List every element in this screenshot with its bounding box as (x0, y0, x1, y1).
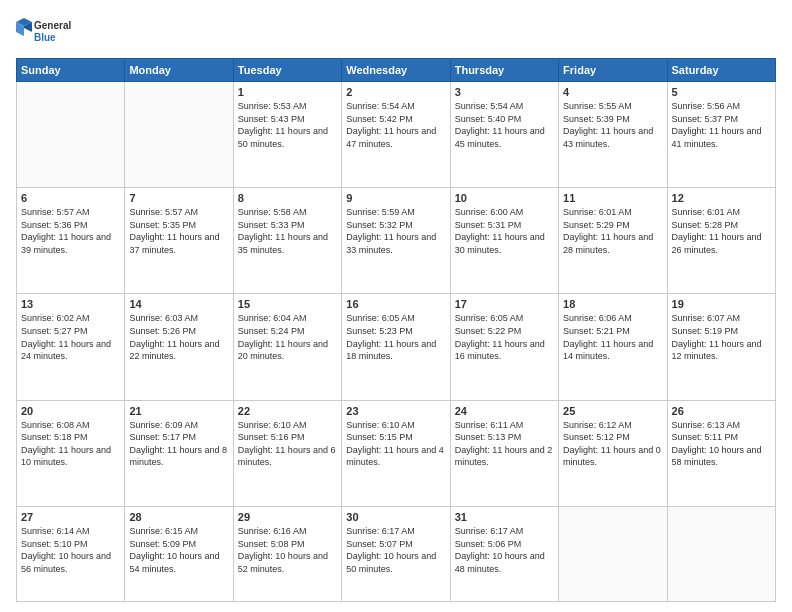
logo-svg: General Blue (16, 16, 76, 48)
calendar-cell: 13Sunrise: 6:02 AM Sunset: 5:27 PM Dayli… (17, 294, 125, 400)
day-info: Sunrise: 6:11 AM Sunset: 5:13 PM Dayligh… (455, 419, 554, 469)
calendar-cell: 30Sunrise: 6:17 AM Sunset: 5:07 PM Dayli… (342, 506, 450, 601)
day-number: 26 (672, 405, 771, 417)
calendar-cell: 21Sunrise: 6:09 AM Sunset: 5:17 PM Dayli… (125, 400, 233, 506)
day-number: 20 (21, 405, 120, 417)
day-number: 1 (238, 86, 337, 98)
calendar-cell: 11Sunrise: 6:01 AM Sunset: 5:29 PM Dayli… (559, 188, 667, 294)
calendar-cell: 25Sunrise: 6:12 AM Sunset: 5:12 PM Dayli… (559, 400, 667, 506)
calendar-week-3: 20Sunrise: 6:08 AM Sunset: 5:18 PM Dayli… (17, 400, 776, 506)
calendar-cell: 14Sunrise: 6:03 AM Sunset: 5:26 PM Dayli… (125, 294, 233, 400)
day-number: 30 (346, 511, 445, 523)
calendar-cell: 8Sunrise: 5:58 AM Sunset: 5:33 PM Daylig… (233, 188, 341, 294)
day-info: Sunrise: 6:15 AM Sunset: 5:09 PM Dayligh… (129, 525, 228, 575)
day-number: 6 (21, 192, 120, 204)
calendar-week-1: 6Sunrise: 5:57 AM Sunset: 5:36 PM Daylig… (17, 188, 776, 294)
day-info: Sunrise: 6:01 AM Sunset: 5:28 PM Dayligh… (672, 206, 771, 256)
calendar-week-2: 13Sunrise: 6:02 AM Sunset: 5:27 PM Dayli… (17, 294, 776, 400)
calendar-cell: 6Sunrise: 5:57 AM Sunset: 5:36 PM Daylig… (17, 188, 125, 294)
day-info: Sunrise: 6:01 AM Sunset: 5:29 PM Dayligh… (563, 206, 662, 256)
calendar-cell (559, 506, 667, 601)
day-number: 19 (672, 298, 771, 310)
calendar-cell: 10Sunrise: 6:00 AM Sunset: 5:31 PM Dayli… (450, 188, 558, 294)
day-number: 21 (129, 405, 228, 417)
day-info: Sunrise: 6:05 AM Sunset: 5:22 PM Dayligh… (455, 312, 554, 362)
calendar-header-tuesday: Tuesday (233, 59, 341, 82)
calendar-header-row: SundayMondayTuesdayWednesdayThursdayFrid… (17, 59, 776, 82)
day-info: Sunrise: 6:10 AM Sunset: 5:16 PM Dayligh… (238, 419, 337, 469)
day-number: 25 (563, 405, 662, 417)
day-number: 5 (672, 86, 771, 98)
day-number: 29 (238, 511, 337, 523)
day-info: Sunrise: 5:54 AM Sunset: 5:42 PM Dayligh… (346, 100, 445, 150)
svg-text:Blue: Blue (34, 32, 56, 43)
day-info: Sunrise: 5:56 AM Sunset: 5:37 PM Dayligh… (672, 100, 771, 150)
day-info: Sunrise: 6:02 AM Sunset: 5:27 PM Dayligh… (21, 312, 120, 362)
day-number: 10 (455, 192, 554, 204)
calendar-cell: 16Sunrise: 6:05 AM Sunset: 5:23 PM Dayli… (342, 294, 450, 400)
day-info: Sunrise: 6:14 AM Sunset: 5:10 PM Dayligh… (21, 525, 120, 575)
calendar-cell: 1Sunrise: 5:53 AM Sunset: 5:43 PM Daylig… (233, 82, 341, 188)
day-number: 7 (129, 192, 228, 204)
day-number: 16 (346, 298, 445, 310)
day-info: Sunrise: 5:57 AM Sunset: 5:35 PM Dayligh… (129, 206, 228, 256)
calendar-week-0: 1Sunrise: 5:53 AM Sunset: 5:43 PM Daylig… (17, 82, 776, 188)
day-info: Sunrise: 6:16 AM Sunset: 5:08 PM Dayligh… (238, 525, 337, 575)
header: General Blue (16, 16, 776, 48)
calendar-cell: 2Sunrise: 5:54 AM Sunset: 5:42 PM Daylig… (342, 82, 450, 188)
calendar-header-sunday: Sunday (17, 59, 125, 82)
day-info: Sunrise: 6:17 AM Sunset: 5:06 PM Dayligh… (455, 525, 554, 575)
calendar-cell: 15Sunrise: 6:04 AM Sunset: 5:24 PM Dayli… (233, 294, 341, 400)
day-number: 9 (346, 192, 445, 204)
day-info: Sunrise: 5:57 AM Sunset: 5:36 PM Dayligh… (21, 206, 120, 256)
calendar-cell: 3Sunrise: 5:54 AM Sunset: 5:40 PM Daylig… (450, 82, 558, 188)
calendar-cell: 20Sunrise: 6:08 AM Sunset: 5:18 PM Dayli… (17, 400, 125, 506)
page: General Blue SundayMondayTuesdayWednesda… (0, 0, 792, 612)
day-info: Sunrise: 5:58 AM Sunset: 5:33 PM Dayligh… (238, 206, 337, 256)
calendar-cell: 22Sunrise: 6:10 AM Sunset: 5:16 PM Dayli… (233, 400, 341, 506)
day-info: Sunrise: 5:53 AM Sunset: 5:43 PM Dayligh… (238, 100, 337, 150)
day-info: Sunrise: 6:04 AM Sunset: 5:24 PM Dayligh… (238, 312, 337, 362)
day-info: Sunrise: 6:13 AM Sunset: 5:11 PM Dayligh… (672, 419, 771, 469)
day-number: 2 (346, 86, 445, 98)
day-number: 27 (21, 511, 120, 523)
calendar-cell (17, 82, 125, 188)
day-number: 8 (238, 192, 337, 204)
day-number: 28 (129, 511, 228, 523)
day-number: 15 (238, 298, 337, 310)
day-number: 13 (21, 298, 120, 310)
day-info: Sunrise: 6:03 AM Sunset: 5:26 PM Dayligh… (129, 312, 228, 362)
day-info: Sunrise: 6:12 AM Sunset: 5:12 PM Dayligh… (563, 419, 662, 469)
calendar-table: SundayMondayTuesdayWednesdayThursdayFrid… (16, 58, 776, 602)
day-number: 12 (672, 192, 771, 204)
calendar-cell: 12Sunrise: 6:01 AM Sunset: 5:28 PM Dayli… (667, 188, 775, 294)
day-number: 22 (238, 405, 337, 417)
calendar-cell: 31Sunrise: 6:17 AM Sunset: 5:06 PM Dayli… (450, 506, 558, 601)
calendar-cell: 5Sunrise: 5:56 AM Sunset: 5:37 PM Daylig… (667, 82, 775, 188)
day-info: Sunrise: 6:08 AM Sunset: 5:18 PM Dayligh… (21, 419, 120, 469)
calendar-cell: 17Sunrise: 6:05 AM Sunset: 5:22 PM Dayli… (450, 294, 558, 400)
day-number: 23 (346, 405, 445, 417)
day-number: 14 (129, 298, 228, 310)
day-number: 4 (563, 86, 662, 98)
calendar-cell: 4Sunrise: 5:55 AM Sunset: 5:39 PM Daylig… (559, 82, 667, 188)
day-number: 31 (455, 511, 554, 523)
calendar-cell: 26Sunrise: 6:13 AM Sunset: 5:11 PM Dayli… (667, 400, 775, 506)
day-number: 24 (455, 405, 554, 417)
calendar-cell: 7Sunrise: 5:57 AM Sunset: 5:35 PM Daylig… (125, 188, 233, 294)
calendar-header-friday: Friday (559, 59, 667, 82)
calendar-cell: 27Sunrise: 6:14 AM Sunset: 5:10 PM Dayli… (17, 506, 125, 601)
svg-text:General: General (34, 20, 71, 31)
calendar-header-thursday: Thursday (450, 59, 558, 82)
logo: General Blue (16, 16, 76, 48)
calendar-week-4: 27Sunrise: 6:14 AM Sunset: 5:10 PM Dayli… (17, 506, 776, 601)
day-info: Sunrise: 6:06 AM Sunset: 5:21 PM Dayligh… (563, 312, 662, 362)
calendar-cell: 18Sunrise: 6:06 AM Sunset: 5:21 PM Dayli… (559, 294, 667, 400)
calendar-cell: 24Sunrise: 6:11 AM Sunset: 5:13 PM Dayli… (450, 400, 558, 506)
calendar-header-monday: Monday (125, 59, 233, 82)
day-info: Sunrise: 6:05 AM Sunset: 5:23 PM Dayligh… (346, 312, 445, 362)
calendar-cell (125, 82, 233, 188)
calendar-cell: 29Sunrise: 6:16 AM Sunset: 5:08 PM Dayli… (233, 506, 341, 601)
day-info: Sunrise: 6:10 AM Sunset: 5:15 PM Dayligh… (346, 419, 445, 469)
calendar-cell: 28Sunrise: 6:15 AM Sunset: 5:09 PM Dayli… (125, 506, 233, 601)
